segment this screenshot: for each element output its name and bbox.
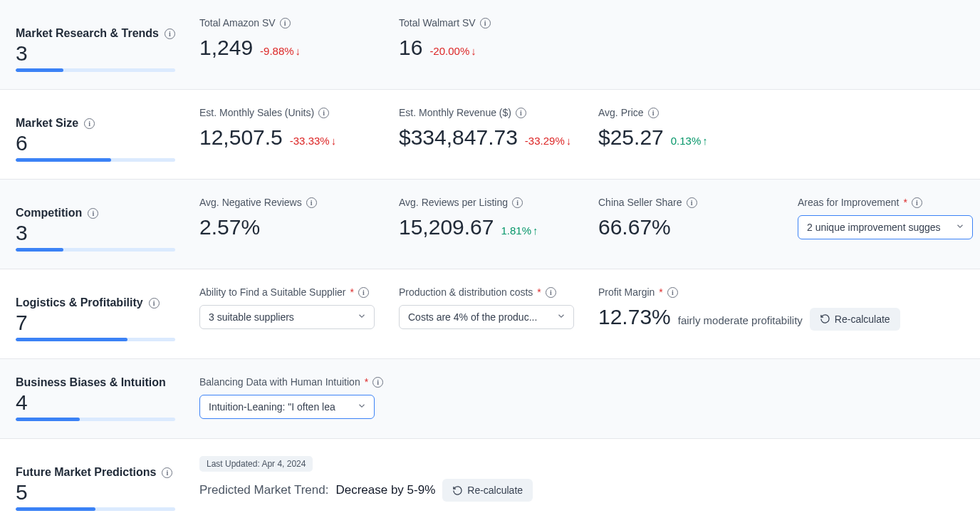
metric-label: Avg. Reviews per Listing xyxy=(399,197,508,208)
progress-bar xyxy=(16,418,175,421)
metric-value: 1,249 xyxy=(199,36,253,60)
chevron-down-icon xyxy=(357,311,367,323)
required-asterisk: * xyxy=(350,286,353,298)
metrics-row: Balancing Data with Human Intuition * i … xyxy=(199,376,980,421)
required-asterisk: * xyxy=(365,376,368,388)
improvement-dropdown[interactable]: 2 unique improvement sugges xyxy=(798,215,973,239)
section-score: 3 xyxy=(16,221,199,245)
progress-bar xyxy=(16,338,175,341)
info-icon[interactable]: i xyxy=(648,108,659,118)
metrics-row: Avg. Negative Reviews i 2.57% Avg. Revie… xyxy=(199,197,980,252)
metric-label: Balancing Data with Human Intuition xyxy=(199,376,360,388)
metric-label: China Seller Share xyxy=(598,197,682,208)
section-score: 7 xyxy=(16,311,199,335)
section-future: Future Market Predictions i 5 Last Updat… xyxy=(0,439,980,523)
info-icon[interactable]: i xyxy=(372,377,383,388)
balancing-dropdown[interactable]: Intuition-Leaning: "I often lea xyxy=(199,395,375,419)
metric-label: Total Walmart SV xyxy=(399,17,476,29)
metric-monthly-revenue: Est. Monthly Revenue ($) i $334,847.73 -… xyxy=(399,107,598,162)
metric-negative-reviews: Avg. Negative Reviews i 2.57% xyxy=(199,197,399,252)
metric-monthly-sales: Est. Monthly Sales (Units) i 12,507.5 -3… xyxy=(199,107,399,162)
progress-fill xyxy=(16,248,63,252)
chevron-down-icon xyxy=(955,222,965,234)
metric-value: $334,847.73 xyxy=(399,125,518,150)
predicted-trend-row: Predicted Market Trend: Decrease by 5-9%… xyxy=(199,479,980,502)
progress-fill xyxy=(16,418,80,421)
info-icon[interactable]: i xyxy=(546,287,556,298)
chevron-down-icon xyxy=(556,311,566,323)
section-title-row: Future Market Predictions i xyxy=(16,466,199,479)
metric-profit-margin: Profit Margin * i 12.73% fairly moderate… xyxy=(598,286,900,341)
supplier-dropdown[interactable]: 3 suitable suppliers xyxy=(199,305,375,329)
metric-costs: Production & distribution costs * i Cost… xyxy=(399,286,598,341)
metrics-row: Ability to Find a Suitable Supplier * i … xyxy=(199,286,980,341)
section-market-size: Market Size i 6 Est. Monthly Sales (Unit… xyxy=(0,90,980,180)
metric-value: 2.57% xyxy=(199,215,260,239)
progress-bar xyxy=(16,158,175,162)
info-icon[interactable]: i xyxy=(165,29,175,39)
chevron-down-icon xyxy=(357,401,367,413)
metric-supplier: Ability to Find a Suitable Supplier * i … xyxy=(199,286,399,341)
metric-delta: -20.00% xyxy=(429,45,476,57)
metric-value: 12,507.5 xyxy=(199,125,283,150)
info-icon[interactable]: i xyxy=(480,18,491,29)
refresh-icon xyxy=(452,485,463,496)
metric-label: Avg. Price xyxy=(598,107,644,118)
section-title-row: Market Size i xyxy=(16,117,199,130)
section-title-row: Logistics & Profitability i xyxy=(16,296,199,309)
required-asterisk: * xyxy=(659,286,662,298)
metric-delta: 1.81% xyxy=(501,224,538,237)
progress-fill xyxy=(16,338,127,341)
section-title: Market Research & Trends xyxy=(16,27,159,40)
info-icon[interactable]: i xyxy=(162,467,172,478)
required-asterisk: * xyxy=(903,197,907,208)
info-icon[interactable]: i xyxy=(149,298,160,309)
recalculate-button[interactable]: Re-calculate xyxy=(442,479,533,502)
progress-fill xyxy=(16,507,95,511)
progress-fill xyxy=(16,68,63,72)
progress-bar xyxy=(16,507,175,511)
info-icon[interactable]: i xyxy=(512,197,523,208)
side-panel: Future Market Predictions i 5 xyxy=(16,456,199,511)
section-bias: Business Biases & Intuition 4 Balancing … xyxy=(0,359,980,439)
info-icon[interactable]: i xyxy=(84,118,95,129)
predicted-value: Decrease by 5-9% xyxy=(335,483,435,497)
info-icon[interactable]: i xyxy=(306,197,317,208)
section-title: Future Market Predictions xyxy=(16,466,156,479)
metric-value: 16 xyxy=(399,36,422,60)
metric-value: 66.67% xyxy=(598,215,671,239)
side-panel: Logistics & Profitability i 7 xyxy=(16,286,199,341)
info-icon[interactable]: i xyxy=(280,18,291,29)
section-score: 4 xyxy=(16,390,199,415)
section-score: 6 xyxy=(16,131,199,155)
section-score: 3 xyxy=(16,41,199,66)
section-competition: Competition i 3 Avg. Negative Reviews i … xyxy=(0,180,980,269)
metric-china-seller-share: China Seller Share i 66.67% xyxy=(598,197,798,252)
metric-avg-price: Avg. Price i $25.27 0.13% xyxy=(598,107,798,162)
recalculate-button[interactable]: Re-calculate xyxy=(810,308,900,331)
progress-bar xyxy=(16,248,175,252)
required-asterisk: * xyxy=(537,286,541,298)
info-icon[interactable]: i xyxy=(516,108,526,118)
metric-value: 15,209.67 xyxy=(399,215,494,239)
metric-label: Est. Monthly Revenue ($) xyxy=(399,107,511,118)
margin-note: fairly moderate profitability xyxy=(678,314,803,326)
section-score: 5 xyxy=(16,480,199,504)
info-icon[interactable]: i xyxy=(318,108,329,118)
info-icon[interactable]: i xyxy=(912,197,922,208)
costs-dropdown[interactable]: Costs are 4% of the produc... xyxy=(399,305,574,329)
metric-label: Areas for Improvement xyxy=(798,197,899,208)
info-icon[interactable]: i xyxy=(358,287,369,298)
info-icon[interactable]: i xyxy=(88,208,98,219)
metric-label: Total Amazon SV xyxy=(199,17,276,29)
section-title: Business Biases & Intuition xyxy=(16,376,166,389)
metric-delta: -9.88% xyxy=(260,45,301,57)
metric-label: Est. Monthly Sales (Units) xyxy=(199,107,314,118)
side-panel: Business Biases & Intuition 4 xyxy=(16,376,199,421)
info-icon[interactable]: i xyxy=(687,197,697,208)
metric-label: Profit Margin xyxy=(598,286,655,298)
metric-reviews-per-listing: Avg. Reviews per Listing i 15,209.67 1.8… xyxy=(399,197,598,252)
info-icon[interactable]: i xyxy=(667,287,678,298)
side-panel: Market Size i 6 xyxy=(16,107,199,162)
future-content: Last Updated: Apr 4, 2024 Predicted Mark… xyxy=(199,456,980,511)
